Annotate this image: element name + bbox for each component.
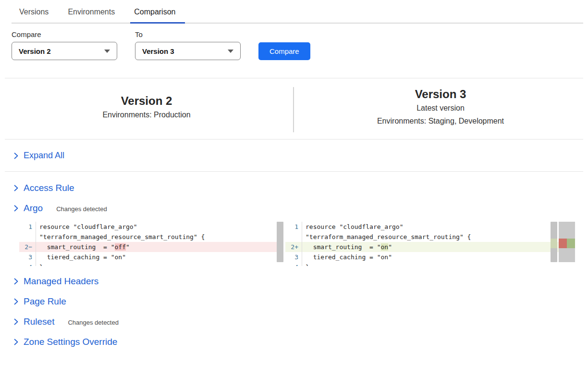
section-ruleset[interactable]: Ruleset Changes detected (13, 315, 588, 328)
code-line: "terraform_managed_resource_smart_routin… (19, 232, 283, 242)
section-argo[interactable]: Argo Changes detected (13, 202, 588, 215)
chevron-right-icon (13, 184, 19, 192)
version-headers: Version 2 Environments: Production Versi… (0, 78, 588, 139)
added-mark (567, 239, 575, 248)
code-text: smart_routing = "off" (36, 242, 130, 252)
added-word-highlight: on (381, 243, 389, 251)
compare-form: Compare Version 2 To Version 3 Compare (12, 30, 588, 60)
line-number: 2− (19, 242, 36, 252)
chevron-right-icon (13, 318, 19, 326)
tab-environments[interactable]: Environments (68, 8, 115, 23)
tab-comparison[interactable]: Comparison (134, 8, 175, 23)
compare-to-select[interactable]: Version 3 (135, 42, 241, 60)
deleted-mark (559, 239, 567, 248)
scrollbar-diff-band (551, 239, 557, 248)
divider (5, 171, 583, 172)
line-number: 3 (19, 252, 36, 262)
code-line: 1 resource "cloudflare_argo" (19, 222, 283, 232)
compare-from-value: Version 2 (19, 47, 51, 55)
diff-right-pane: 1 resource "cloudflare_argo" "terraform_… (285, 222, 575, 266)
code-line: 4 } (285, 262, 575, 266)
section-label: Page Rule (24, 296, 66, 307)
section-access-rule[interactable]: Access Rule (13, 181, 588, 195)
tab-versions[interactable]: Versions (19, 8, 49, 23)
line-number (285, 232, 302, 242)
section-page-rule[interactable]: Page Rule (13, 295, 588, 308)
compare-button[interactable]: Compare (258, 42, 310, 60)
code-text: tiered_caching = "on" (302, 252, 392, 262)
section-label: Access Rule (24, 183, 74, 193)
line-number (19, 232, 36, 242)
changes-detected-badge: Changes detected (56, 205, 107, 213)
line-number: 4 (285, 262, 302, 266)
code-text: smart_routing = "on" (302, 242, 392, 252)
code-line: 3 tiered_caching = "on" (19, 252, 283, 262)
code-text: } (302, 262, 309, 266)
compare-label: Compare (12, 30, 117, 38)
section-label: Zone Settings Override (24, 337, 117, 347)
to-field: To Version 3 (135, 30, 241, 60)
right-version-header: Version 3 Latest version Environments: S… (293, 78, 588, 139)
scrollbar[interactable] (551, 222, 557, 262)
code-line-added: 2+ smart_routing = "on" (285, 242, 575, 252)
compare-to-value: Version 3 (142, 47, 174, 55)
right-version-subtitle: Latest version (293, 101, 588, 114)
to-label: To (135, 30, 241, 38)
left-version-header: Version 2 Environments: Production (0, 78, 293, 139)
tab-bar: Versions Environments Comparison (12, 0, 583, 24)
diff-left-pane: 1 resource "cloudflare_argo" "terraform_… (19, 222, 283, 266)
code-text: "terraform_managed_resource_smart_routin… (302, 232, 471, 242)
caret-down-icon (228, 50, 233, 53)
code-text: "terraform_managed_resource_smart_routin… (36, 232, 205, 242)
argo-diff: 1 resource "cloudflare_argo" "terraform_… (19, 222, 588, 266)
code-text: tiered_caching = "on" (36, 252, 126, 262)
caret-down-icon (104, 50, 110, 53)
code-line: 4 } (19, 262, 283, 266)
code-line: 3 tiered_caching = "on" (285, 252, 575, 262)
section-managed-headers[interactable]: Managed Headers (13, 275, 588, 288)
chevron-right-icon (13, 278, 19, 285)
code-line: "terraform_managed_resource_smart_routin… (285, 232, 575, 242)
chevron-right-icon (13, 204, 19, 212)
chevron-right-icon (13, 298, 19, 305)
line-number: 4 (19, 262, 36, 266)
section-label: Ruleset (24, 316, 54, 327)
line-number: 2+ (285, 242, 302, 252)
compare-field: Compare Version 2 (12, 30, 117, 60)
expand-all-section: Expand All (0, 139, 588, 171)
section-label: Managed Headers (24, 276, 98, 287)
removed-word-highlight: off (115, 243, 126, 251)
changes-detected-badge: Changes detected (68, 319, 119, 326)
right-version-environments: Environments: Staging, Development (293, 114, 588, 127)
left-version-title: Version 2 (0, 94, 293, 108)
expand-all-label: Expand All (24, 151, 64, 161)
line-number: 3 (285, 252, 302, 262)
chevron-right-icon (13, 338, 19, 346)
line-number: 1 (19, 222, 36, 232)
comparison-page: Versions Environments Comparison Compare… (0, 0, 588, 379)
code-text: resource "cloudflare_argo" (302, 222, 404, 232)
section-zone-settings-override[interactable]: Zone Settings Override (13, 335, 588, 349)
code-text: } (36, 262, 43, 266)
expand-all-button[interactable]: Expand All (13, 151, 588, 161)
code-line: 1 resource "cloudflare_argo" (285, 222, 575, 232)
right-version-title: Version 3 (293, 87, 588, 101)
compare-from-select[interactable]: Version 2 (12, 42, 117, 60)
scrollbar[interactable] (277, 222, 283, 262)
code-line-removed: 2− smart_routing = "off" (19, 242, 283, 252)
code-text: resource "cloudflare_argo" (36, 222, 137, 232)
section-label: Argo (24, 203, 43, 214)
diff-overview-ruler[interactable] (559, 222, 575, 262)
chevron-right-icon (13, 152, 19, 160)
left-version-environments: Environments: Production (0, 108, 293, 121)
line-number: 1 (285, 222, 302, 232)
